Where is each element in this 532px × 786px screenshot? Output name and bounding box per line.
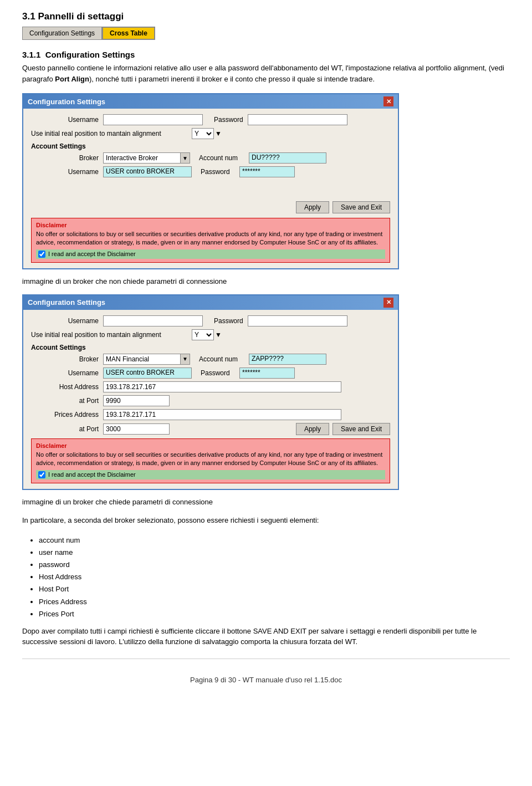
dialog1-disclaimer: Disclaimer No offer or solicitations to … [31,218,390,263]
tab-bar: Configuration Settings Cross Table [22,27,510,40]
section-title: Pannelli di settaggi [38,11,124,22]
list-item: Prices Address [39,596,510,608]
dialog2-password2-label: Password [201,369,239,377]
dialog1-broker-label: Broker [31,154,103,162]
dialog2-host-port-input[interactable] [103,395,170,406]
dialog1-alignment-select[interactable]: Y N [192,128,214,139]
config-dialog-1: Configuration Settings ✕ Username Passwo… [22,93,399,269]
dialog2-credentials-row: Username Password [31,315,390,326]
dialog2-password-input[interactable] [248,315,347,326]
dialog2-host-label: Host Address [31,383,103,391]
dialog2-broker-credentials-row: Username USER contro BROKER Password ***… [31,368,390,379]
dialog1-credentials-row: Username Password [31,114,390,125]
dialog2-btn-row: Apply Save and Exit [296,423,390,435]
dialog1-username2-label: Username [31,168,103,176]
dialog1-disclaimer-title: Disclaimer [36,222,385,228]
dialog2-prices-label: Prices Address [31,411,103,418]
dialog2-account-num-label: Account num [199,355,249,363]
subsection-title: 3.1.1 Configuration Settings [22,50,510,59]
caption-2: immagine di un broker che chiede paramet… [22,498,510,506]
dialog2-titlebar: Configuration Settings ✕ [23,295,398,310]
dialog1-close-btn[interactable]: ✕ [383,96,393,106]
dialog2-prices-input[interactable] [103,409,341,420]
dialog2-password2-value: ******* [239,368,295,379]
dialog1-password-label: Password [214,116,243,124]
section-heading: 3.1 Pannelli di settaggi [22,11,510,22]
page-footer: Pagina 9 di 30 - WT manuale d'uso rel 1.… [22,676,510,684]
section-number: 3.1 [22,11,35,22]
dialog1-account-label: Account Settings [31,142,390,150]
dialog1-titlebar: Configuration Settings ✕ [23,94,398,109]
config-dialog-2: Configuration Settings ✕ Username Passwo… [22,294,399,490]
dialog2-username-label: Username [31,317,103,325]
footer-divider [22,659,510,659]
dialog2-alignment-label: Use initial real position to mantain ali… [31,331,192,339]
dialog1-broker-select[interactable]: Interactive Broker MAN Financial [103,152,181,164]
dialog2-disclaimer-checkbox[interactable] [38,471,45,478]
list-item: password [39,559,510,571]
dialog1-alignment-row: Use initial real position to mantain ali… [31,128,390,139]
dialog2-account-label: Account Settings [31,344,390,351]
dialog1-broker-arrow[interactable]: ▼ [180,152,190,164]
list-item: account num [39,534,510,547]
dialog2-broker-label: Broker [31,355,103,363]
tab-cross-table[interactable]: Cross Table [102,27,155,40]
dialog1-username-label: Username [31,116,103,124]
list-item: Host Address [39,571,510,583]
dialog1-broker-row: Broker Interactive Broker MAN Financial … [31,152,390,164]
dialog2-disclaimer-title: Disclaimer [36,442,385,449]
dialog2-disclaimer-checkbox-label: I read and accept the Disclaimer [48,471,136,478]
dialog1-disclaimer-text: No offer or solicitations to buy or sell… [36,230,385,247]
dialog2-prices-port-row: at Port Apply Save and Exit [31,423,390,435]
dialog2-apply-btn[interactable]: Apply [296,423,329,435]
body-intro: Questo pannello contiene le informazioni… [22,63,510,84]
dialog2-prices-port-label: at Port [31,425,103,433]
dialog2-prices-row: Prices Address [31,409,390,420]
dialog2-disclaimer: Disclaimer No offer or solicitations to … [31,438,390,483]
dialog1-password2-value: ******* [239,166,295,177]
dialog2-host-input[interactable] [103,381,341,392]
dialog2-broker-arrow[interactable]: ▼ [180,354,190,365]
paragraph-intro: In particolare, a seconda del broker sel… [22,515,510,526]
dialog1-save-exit-btn[interactable]: Save and Exit [332,201,390,213]
dialog1-alignment-label: Use initial real position to mantain ali… [31,130,192,137]
list-item: user name [39,547,510,559]
dialog1-username2-value: USER contro BROKER [103,166,192,177]
dialog2-broker-select[interactable]: MAN Financial Interactive Broker [103,354,181,365]
dialog1-disclaimer-checkbox-label: I read and accept the Disclaimer [48,251,136,257]
dialog1-broker-credentials-row: Username USER contro BROKER Password ***… [31,166,390,177]
tab-configuration-settings[interactable]: Configuration Settings [22,27,102,40]
dialog1-apply-btn[interactable]: Apply [296,201,329,213]
dialog1-username-input[interactable] [103,114,203,125]
dialog2-save-exit-btn[interactable]: Save and Exit [332,423,390,435]
dialog1-account-num-value: DU????? [249,152,326,164]
dialog2-alignment-select[interactable]: Y N [192,329,214,340]
dialog2-host-port-label: at Port [31,397,103,405]
dialog1-title: Configuration Settings [28,98,105,106]
list-item: Host Port [39,583,510,595]
paragraph-save: Dopo aver compilato tutti i campi richie… [22,626,510,647]
dialog2-alignment-row: Use initial real position to mantain ali… [31,329,390,340]
dialog2-username2-value: USER contro BROKER [103,368,192,379]
dialog2-account-num-value: ZAPP???? [249,354,326,365]
dialog2-host-port-row: at Port [31,395,390,406]
dialog1-password2-label: Password [201,168,239,176]
dialog2-broker-row: Broker MAN Financial Interactive Broker … [31,354,390,365]
dialog1-disclaimer-checkbox[interactable] [38,251,45,258]
dialog2-host-row: Host Address [31,381,390,392]
caption-1: immagine di un broker che non chiede par… [22,277,510,285]
dialog2-username2-label: Username [31,369,103,377]
dialog2-title: Configuration Settings [28,298,105,307]
bullet-list: account num user name password Host Addr… [39,534,510,620]
dialog1-password-input[interactable] [248,114,347,125]
dialog2-close-btn[interactable]: ✕ [383,298,393,308]
list-item: Prices Port [39,608,510,620]
dialog2-prices-port-input[interactable] [103,423,170,435]
dialog2-password-label: Password [214,317,243,325]
dialog2-disclaimer-checkbox-row: I read and accept the Disclaimer [36,470,385,479]
dialog1-disclaimer-checkbox-row: I read and accept the Disclaimer [36,249,385,259]
dialog2-disclaimer-text: No offer or solicitations to buy or sell… [36,451,385,468]
dialog2-username-input[interactable] [103,315,203,326]
dialog1-account-num-label: Account num [199,154,249,162]
dialog1-btn-row: Apply Save and Exit [31,201,390,213]
